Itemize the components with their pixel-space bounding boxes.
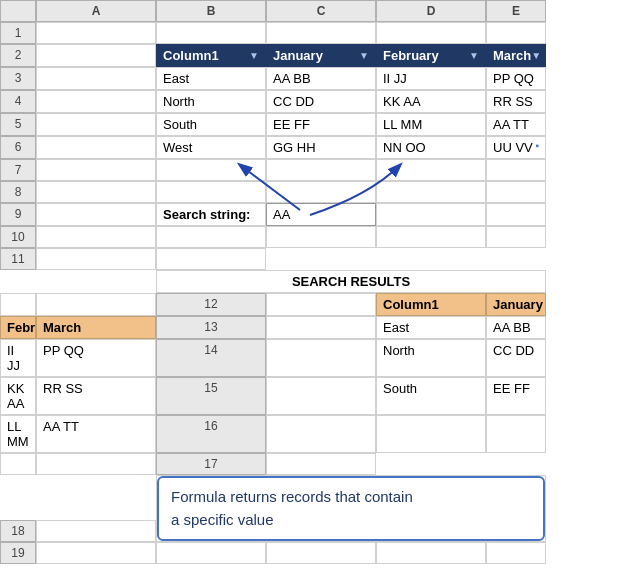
jan-header-label: January — [273, 48, 323, 63]
cell-B9-search-label: Search string: — [156, 203, 266, 226]
cell-D5: LL MM — [376, 113, 486, 136]
row-num-17: 17 — [156, 453, 266, 475]
mar-filter-icon[interactable]: ▼ — [531, 50, 541, 61]
row-num-6: 6 — [0, 136, 36, 159]
col-header-A: A — [36, 0, 156, 22]
cell-D2-header: February ▼ — [376, 44, 486, 67]
cell-B10 — [156, 226, 266, 248]
formula-line1: Formula returns records that contain — [171, 486, 531, 509]
cell-B3: East — [156, 67, 266, 90]
cell-C13: AA BB — [486, 316, 546, 339]
cell-D1 — [376, 22, 486, 44]
cell-C1 — [266, 22, 376, 44]
cell-D11 — [0, 293, 36, 316]
cell-E7 — [486, 159, 546, 181]
cell-C19 — [266, 542, 376, 564]
col-header-C: C — [266, 0, 376, 22]
row-num-3: 3 — [0, 67, 36, 90]
cell-C7 — [266, 159, 376, 181]
cell-D7 — [376, 159, 486, 181]
cell-A5 — [36, 113, 156, 136]
cell-B4: North — [156, 90, 266, 113]
cell-D3: II JJ — [376, 67, 486, 90]
row-num-11: 11 — [0, 248, 36, 270]
cell-D8 — [376, 181, 486, 203]
cell-E14: RR SS — [36, 377, 156, 415]
cell-B8 — [156, 181, 266, 203]
row-num-14: 14 — [156, 339, 266, 377]
cell-D4: KK AA — [376, 90, 486, 113]
cell-A11 — [36, 248, 156, 270]
jan-filter-icon[interactable]: ▼ — [359, 50, 369, 61]
cell-C11-results-title: SEARCH RESULTS — [156, 270, 546, 293]
cell-A16 — [266, 415, 376, 453]
row-num-2: 2 — [0, 44, 36, 67]
col-header-B: B — [156, 0, 266, 22]
cell-E3: PP QQ — [486, 67, 546, 90]
cell-B14: North — [376, 339, 486, 377]
cell-D9 — [376, 203, 486, 226]
cell-B11 — [156, 248, 266, 270]
cell-D19 — [376, 542, 486, 564]
cell-E11 — [36, 293, 156, 316]
feb-filter-icon[interactable]: ▼ — [469, 50, 479, 61]
row-num-18: 18 — [0, 520, 36, 542]
cell-C10 — [266, 226, 376, 248]
row-num-12: 12 — [156, 293, 266, 316]
row-num-15: 15 — [156, 377, 266, 415]
cell-D13: II JJ — [0, 339, 36, 377]
row-num-9: 9 — [0, 203, 36, 226]
row-num-10: 10 — [0, 226, 36, 248]
cell-E12-results-mar: March — [36, 316, 156, 339]
cell-A7 — [36, 159, 156, 181]
col-header-E: E — [486, 0, 546, 22]
cell-A12 — [266, 293, 376, 316]
cell-A18 — [36, 520, 156, 542]
cell-E4: RR SS — [486, 90, 546, 113]
cell-E2-header: March ▼ — [486, 44, 546, 67]
row-num-4: 4 — [0, 90, 36, 113]
cell-C8 — [266, 181, 376, 203]
search-value: AA — [273, 207, 290, 222]
cell-C2-header: January ▼ — [266, 44, 376, 67]
feb-header-label: February — [383, 48, 439, 63]
cell-B19 — [156, 542, 266, 564]
cell-E9 — [486, 203, 546, 226]
cell-D12-results-feb: February — [0, 316, 36, 339]
cell-D14: KK AA — [0, 377, 36, 415]
cell-A3 — [36, 67, 156, 90]
cell-B7 — [156, 159, 266, 181]
resize-handle: ▪ — [535, 140, 539, 155]
cell-B6: West — [156, 136, 266, 159]
cell-B2-header: Column1 ▼ — [156, 44, 266, 67]
cell-A14 — [266, 339, 376, 377]
cell-C3: AA BB — [266, 67, 376, 90]
cell-B16 — [376, 415, 486, 453]
cell-C16 — [486, 415, 546, 453]
cell-A4 — [36, 90, 156, 113]
cell-C4: CC DD — [266, 90, 376, 113]
cell-E13: PP QQ — [36, 339, 156, 377]
cell-C15: EE FF — [486, 377, 546, 415]
formula-line2: a specific value — [171, 509, 531, 532]
cell-A6 — [36, 136, 156, 159]
cell-A1 — [36, 22, 156, 44]
cell-B12-results-col1: Column1 — [376, 293, 486, 316]
row-num-5: 5 — [0, 113, 36, 136]
row-num-19: 19 — [0, 542, 36, 564]
cell-C14: CC DD — [486, 339, 546, 377]
row-num-13: 13 — [156, 316, 266, 339]
col1-filter-icon[interactable]: ▼ — [249, 50, 259, 61]
col-header-D: D — [376, 0, 486, 22]
formula-box: Formula returns records that contain a s… — [157, 476, 545, 541]
cell-E10 — [486, 226, 546, 248]
cell-C9-search-input[interactable]: AA — [266, 203, 376, 226]
cell-B13: East — [376, 316, 486, 339]
spreadsheet-grid: A B C D E 1 2 Column1 ▼ January ▼ — [0, 0, 640, 564]
cell-D16 — [0, 453, 36, 475]
cell-C12-results-jan: January — [486, 293, 546, 316]
cell-E1 — [486, 22, 546, 44]
cell-A8 — [36, 181, 156, 203]
cell-C6: GG HH — [266, 136, 376, 159]
cell-E6: UU VV ▪ — [486, 136, 546, 159]
